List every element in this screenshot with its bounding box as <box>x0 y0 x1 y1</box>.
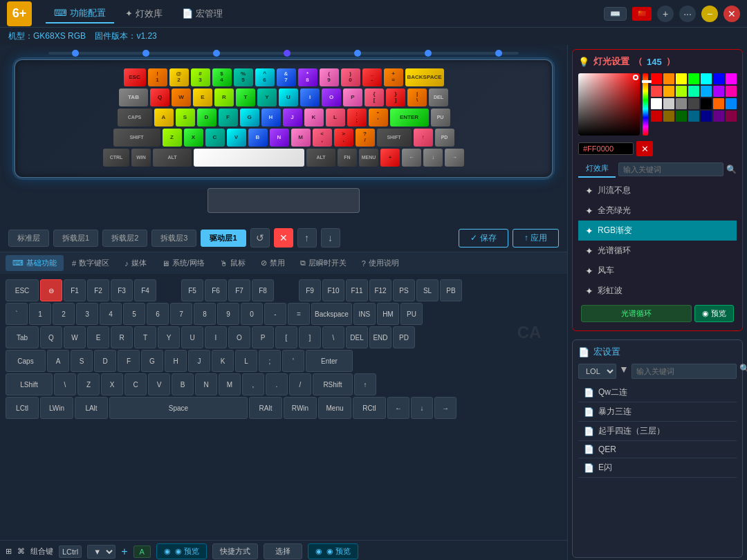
key-7[interactable]: &7 <box>277 68 296 86</box>
vkey-n6[interactable]: 6 <box>147 303 169 325</box>
key-2[interactable]: @2 <box>169 68 189 86</box>
vkey-vslash[interactable]: / <box>289 373 311 395</box>
vkey-hm[interactable]: HM <box>377 303 399 325</box>
keyboard-selector[interactable]: ⌨️ <box>604 7 627 21</box>
vkey-vbackslash[interactable]: \ <box>322 326 344 348</box>
preset-c2[interactable] <box>663 86 674 97</box>
key-6[interactable]: ^6 <box>255 68 275 86</box>
key-slash[interactable]: ?/ <box>356 129 375 147</box>
key-l[interactable]: L <box>326 109 345 127</box>
vkey-nminus[interactable]: - <box>264 303 286 325</box>
macro-search-icon[interactable]: 🔍 <box>739 364 747 379</box>
key-y[interactable]: Y <box>257 88 277 106</box>
preset-yellow[interactable] <box>676 73 687 84</box>
vkey-caps[interactable]: Caps <box>6 350 46 372</box>
preset-c4[interactable] <box>688 86 699 97</box>
func-tab-system[interactable]: 🖥 系统/网络 <box>155 255 212 271</box>
effect-item-4[interactable]: ✦ 风车 <box>578 261 737 281</box>
key-e[interactable]: E <box>193 88 212 106</box>
effect-item-3[interactable]: ✦ 光谱循环 <box>578 241 737 261</box>
vkey-n8[interactable]: 8 <box>194 303 216 325</box>
key-select[interactable]: ▼ <box>87 545 116 559</box>
vkey-vy[interactable]: Y <box>158 326 180 348</box>
preset-c8[interactable] <box>713 98 724 109</box>
key-enter[interactable]: ENTER <box>390 109 429 127</box>
vkey-vz[interactable]: Z <box>77 373 100 395</box>
color-gradient[interactable] <box>578 73 640 136</box>
vkey-vb[interactable]: B <box>172 373 194 395</box>
effect-item-5[interactable]: ✦ 彩虹波 <box>578 281 737 301</box>
key-f[interactable]: F <box>219 109 238 127</box>
preset-c13[interactable] <box>688 111 699 122</box>
nav-item-light[interactable]: ✦灯效库 <box>117 4 171 24</box>
minimize-button[interactable]: ··· <box>679 6 696 22</box>
key-esc[interactable]: ESC <box>124 68 146 86</box>
key-0[interactable]: )0 <box>341 68 360 86</box>
vkey-vcomma[interactable]: , <box>242 373 264 395</box>
key-b[interactable]: B <box>248 129 268 147</box>
vkey-vu[interactable]: U <box>181 326 203 348</box>
preset-c10[interactable] <box>651 111 662 122</box>
vkey-vv[interactable]: V <box>148 373 170 395</box>
vkey-menu[interactable]: Menu <box>318 397 351 419</box>
macro-category-select[interactable]: LOL <box>578 364 616 379</box>
vkey-n5[interactable]: 5 <box>123 303 145 325</box>
effect-item-0[interactable]: ✦ 川流不息 <box>578 180 737 200</box>
nav-item-macro[interactable]: 📄宏管理 <box>174 4 231 24</box>
key-left[interactable]: ← <box>402 149 421 167</box>
key-1[interactable]: !1 <box>148 68 167 86</box>
key-3[interactable]: #3 <box>191 68 210 86</box>
vkey-ve[interactable]: E <box>87 326 109 348</box>
vkey-vquote[interactable]: ' <box>282 350 304 372</box>
vkey-backspace[interactable]: Backspace <box>311 303 352 325</box>
macro-item-3[interactable]: 📄 QER <box>578 441 737 458</box>
key-lshift[interactable]: SHIFT <box>113 129 160 147</box>
effect-tab-library[interactable]: 灯效库 <box>578 160 616 178</box>
layer-btn-3[interactable]: 拆载层3 <box>151 230 196 247</box>
key-x[interactable]: X <box>184 129 203 147</box>
effect-search-icon[interactable]: 🔍 <box>726 165 737 174</box>
key-tab[interactable]: TAB <box>119 88 148 106</box>
vkey-vdel[interactable]: DEL <box>346 326 368 348</box>
vkey-vperiod[interactable]: . <box>266 373 288 395</box>
vkey-vdown[interactable]: ↓ <box>411 397 433 419</box>
preset-magenta[interactable] <box>726 73 737 84</box>
vkey-f5[interactable]: F5 <box>181 279 203 301</box>
close-button[interactable]: ✕ <box>723 6 740 22</box>
key-pgup[interactable]: PU <box>431 109 450 127</box>
preset-c16[interactable] <box>726 111 737 122</box>
vkey-vp[interactable]: P <box>252 326 274 348</box>
vkey-n1[interactable]: 1 <box>29 303 51 325</box>
key-rctrl[interactable]: + <box>380 149 400 167</box>
key-v[interactable]: V <box>227 129 246 147</box>
vkey-pu[interactable]: PU <box>400 303 423 325</box>
func-tab-disable[interactable]: ⊘ 禁用 <box>254 255 292 271</box>
preset-c11[interactable] <box>663 111 674 122</box>
key-down[interactable]: ↓ <box>423 149 443 167</box>
key-backspace[interactable]: BACKSPACE <box>405 68 444 86</box>
vkey-f2[interactable]: F2 <box>87 279 109 301</box>
vkey-f10[interactable]: F10 <box>322 279 344 301</box>
key-lalt[interactable]: ALT <box>153 149 192 167</box>
choose-btn[interactable]: 选择 <box>264 543 302 559</box>
maximize-button[interactable]: − <box>701 6 718 22</box>
reset-btn[interactable]: ↺ <box>250 228 270 248</box>
key-i[interactable]: I <box>300 88 320 106</box>
func-tab-layer[interactable]: ⧉ 层瞬时开关 <box>293 255 353 271</box>
vkey-vk[interactable]: K <box>212 350 234 372</box>
preset-c9[interactable] <box>726 98 737 109</box>
key-pgdn[interactable]: PD <box>435 129 454 147</box>
vkey-vo[interactable]: O <box>228 326 250 348</box>
layer-btn-1[interactable]: 拆载层1 <box>53 230 98 247</box>
plus-btn[interactable]: + <box>121 545 127 558</box>
key-m[interactable]: M <box>291 129 311 147</box>
key-rbracket[interactable]: }] <box>386 88 405 106</box>
key-right[interactable]: → <box>445 149 464 167</box>
vkey-vup[interactable]: ↑ <box>354 373 376 395</box>
preset-blue[interactable] <box>713 73 724 84</box>
preset-c15[interactable] <box>713 111 724 122</box>
func-tab-mouse[interactable]: 🖱 鼠标 <box>213 255 252 271</box>
vkey-vlbracket[interactable]: [ <box>275 326 297 348</box>
preset-gray[interactable] <box>676 98 687 109</box>
vkey-vd[interactable]: D <box>94 350 116 372</box>
